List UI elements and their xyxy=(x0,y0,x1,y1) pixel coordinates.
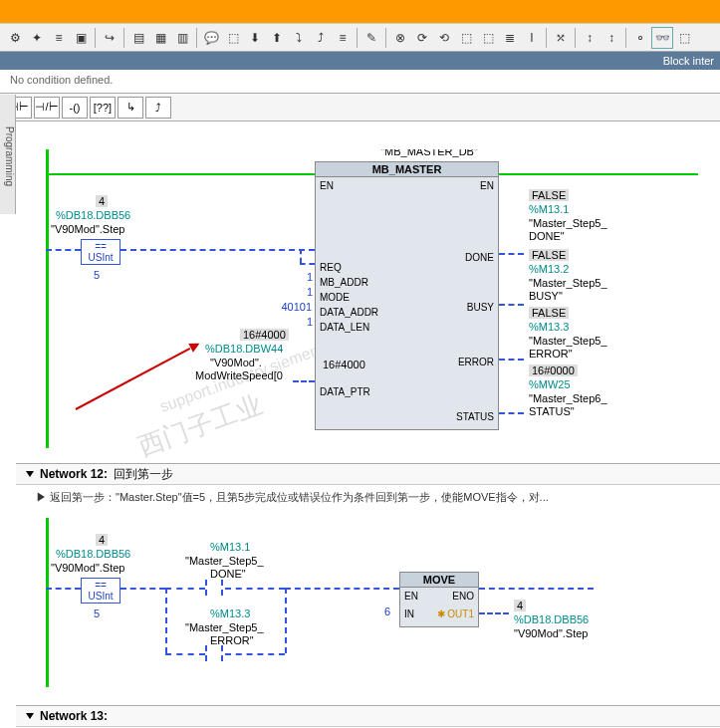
done-false: FALSE xyxy=(529,189,569,201)
wire-dash xyxy=(479,612,509,614)
tb-icon-19[interactable]: ⟲ xyxy=(433,27,455,49)
network-12-header[interactable]: Network 12: 回到第一步 xyxy=(16,463,720,485)
tb-icon-13[interactable]: ⤵ xyxy=(288,27,310,49)
tb-icon-29[interactable]: ⬚ xyxy=(673,27,695,49)
tb-icon-26[interactable]: ↕ xyxy=(600,27,622,49)
tb-icon-11[interactable]: ⬇ xyxy=(244,27,266,49)
tb-icon-20[interactable]: ⬚ xyxy=(455,27,477,49)
wire-dash xyxy=(285,588,399,590)
tb-icon-2[interactable]: ✦ xyxy=(26,27,48,49)
contact-no[interactable] xyxy=(205,645,223,661)
c2-sym1: "Master_Step5_ xyxy=(185,621,264,633)
top-orange-bar xyxy=(0,0,720,24)
wire-dash xyxy=(165,653,205,655)
toolbar-sep xyxy=(385,28,386,48)
step-online-val: 4 xyxy=(96,195,108,207)
err-sym2: ERROR" xyxy=(529,348,573,360)
wire-dash xyxy=(499,253,524,255)
tb-icon-18[interactable]: ⟳ xyxy=(411,27,433,49)
tb-icon-9[interactable]: 💬 xyxy=(200,27,222,49)
stat-sym1: "Master_Step6_ xyxy=(529,392,607,404)
collapse-icon[interactable] xyxy=(26,713,34,719)
lad-branch-close[interactable]: ⤴ xyxy=(145,97,171,119)
tb-icon-7[interactable]: ▦ xyxy=(149,27,171,49)
tb-icon-22[interactable]: ≣ xyxy=(499,27,521,49)
n12-compare-box[interactable]: == USInt xyxy=(81,578,120,604)
move-in-val: 6 xyxy=(384,606,390,617)
toolbar-sep xyxy=(95,28,96,48)
port-mbaddr: MB_ADDR xyxy=(320,277,368,288)
port-mode: MODE xyxy=(320,292,350,303)
n12-step-addr: %DB18.DBB56 xyxy=(56,548,130,560)
in-datalen-val: 1 xyxy=(295,316,313,328)
tb-icon-21[interactable]: ⬚ xyxy=(477,27,499,49)
wire-dash-v xyxy=(285,588,287,653)
tb-icon-5[interactable]: ↪ xyxy=(99,27,120,49)
tb-icon-16[interactable]: ✎ xyxy=(360,27,382,49)
lad-coil[interactable]: -() xyxy=(62,97,88,119)
port-eno: EN xyxy=(480,180,494,191)
lad-branch-open[interactable]: ↳ xyxy=(118,97,143,119)
in-mode-val: 1 xyxy=(295,286,313,298)
tb-icon-28[interactable]: 👓 xyxy=(651,27,673,49)
wire-dash xyxy=(300,263,315,265)
power-rail xyxy=(46,149,49,448)
lad-empty-box[interactable]: [??] xyxy=(90,97,116,119)
wire-dash xyxy=(165,588,205,590)
port-datalen: DATA_LEN xyxy=(320,322,369,333)
done-sym2: DONE" xyxy=(529,230,565,242)
tb-icon-15[interactable]: ≡ xyxy=(332,27,354,49)
tb-icon-4[interactable]: ▣ xyxy=(70,27,92,49)
step-sym: "V90Mod".Step xyxy=(51,223,124,235)
err-sym1: "Master_Step5_ xyxy=(529,335,607,347)
wire-dash xyxy=(120,588,165,590)
block-interface-bar[interactable]: Block inter xyxy=(0,52,720,70)
step-addr: %DB18.DBB56 xyxy=(56,209,130,221)
side-tab-programming[interactable]: Programming xyxy=(0,95,16,214)
collapse-icon[interactable] xyxy=(26,471,34,477)
tb-icon-24[interactable]: ⤱ xyxy=(550,27,572,49)
port-error: ERROR xyxy=(458,357,494,367)
n12-cmp-val: 5 xyxy=(94,607,100,619)
contact-no[interactable] xyxy=(205,580,223,596)
tb-icon-23[interactable]: I xyxy=(521,27,543,49)
lad-contact-nc[interactable]: ⊣/⊢ xyxy=(34,97,60,119)
network-12-title-prefix: Network 12: xyxy=(40,467,108,481)
out-addr: %DB18.DBB56 xyxy=(514,613,589,625)
tb-icon-10[interactable]: ⬚ xyxy=(222,27,244,49)
tb-icon-27[interactable]: ⚬ xyxy=(629,27,651,49)
busy-false: FALSE xyxy=(529,249,569,261)
wire-dash xyxy=(499,412,524,414)
tb-icon-6[interactable]: ▤ xyxy=(127,27,149,49)
c1-sym1: "Master_Step5_ xyxy=(185,555,264,567)
c1-addr: %M13.1 xyxy=(210,541,250,553)
tb-icon-17[interactable]: ⊗ xyxy=(389,27,411,49)
tb-icon-25[interactable]: ↕ xyxy=(579,27,600,49)
wire-dash xyxy=(225,588,285,590)
annotation-arrow xyxy=(76,348,191,410)
move-out: ✱ OUT1 xyxy=(437,608,474,619)
out-val: 4 xyxy=(514,600,526,611)
in-dataaddr-val: 40101 xyxy=(270,301,312,313)
n12-step-val: 4 xyxy=(96,534,108,546)
wire-dash-v xyxy=(300,249,302,263)
compare-box[interactable]: == USInt xyxy=(81,239,120,265)
toolbar-sep xyxy=(357,28,358,48)
busy-sym1: "Master_Step5_ xyxy=(529,277,607,289)
annotation-arrow-head xyxy=(188,339,202,353)
network-13-header[interactable]: Network 13: xyxy=(16,705,720,727)
in-mbaddr-val: 1 xyxy=(295,271,313,283)
tb-icon-3[interactable]: ≡ xyxy=(48,27,70,49)
ptr-hex: 16#4000 xyxy=(240,329,289,341)
toolbar-sep xyxy=(546,28,547,48)
wire-dash xyxy=(46,588,81,590)
port-dataptr: DATA_PTR xyxy=(320,386,370,397)
port-done: DONE xyxy=(465,252,494,263)
tb-icon-12[interactable]: ⬆ xyxy=(266,27,288,49)
tb-icon-1[interactable]: ⚙ xyxy=(4,27,26,49)
move-block[interactable]: MOVE EN ENO IN ✱ OUT1 xyxy=(399,572,479,627)
tb-icon-8[interactable]: ▥ xyxy=(171,27,193,49)
stat-hex: 16#0000 xyxy=(529,364,578,376)
tb-icon-14[interactable]: ⤴ xyxy=(310,27,332,49)
fb-mb-master[interactable]: MB_MASTER EN EN REQ MB_ADDR MODE DATA_AD… xyxy=(315,161,499,430)
